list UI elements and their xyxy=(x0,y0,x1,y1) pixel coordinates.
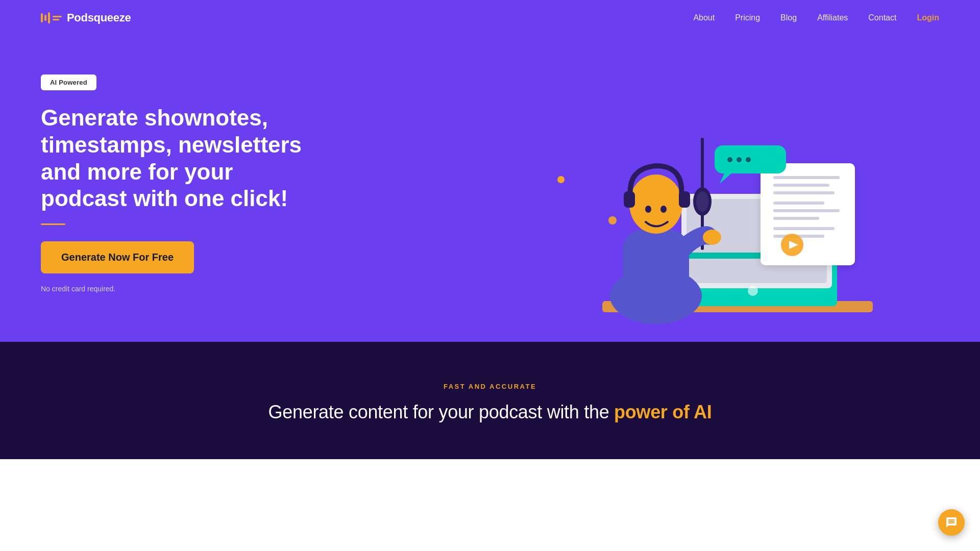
ai-badge: AI Powered xyxy=(41,74,96,90)
nav-about[interactable]: About xyxy=(693,13,715,22)
svg-rect-29 xyxy=(679,191,690,208)
svg-marker-17 xyxy=(720,172,732,184)
section2: FAST AND ACCURATE Generate content for y… xyxy=(0,342,980,459)
logo-text: Podsqueeze xyxy=(67,11,131,24)
svg-rect-11 xyxy=(773,217,819,220)
hero-content: AI Powered Generate shownotes, timestamp… xyxy=(41,74,490,323)
section2-title-start: Generate content for your podcast with t… xyxy=(268,402,615,422)
section2-label: FAST AND ACCURATE xyxy=(41,383,939,390)
nav-contact[interactable]: Contact xyxy=(868,13,896,22)
hero-section: AI Powered Generate shownotes, timestamp… xyxy=(0,36,980,342)
logo-bar-3 xyxy=(48,12,50,23)
hero-svg xyxy=(490,56,939,342)
svg-point-20 xyxy=(746,157,751,162)
svg-rect-10 xyxy=(773,209,840,212)
logo-bar-2 xyxy=(44,15,46,21)
svg-point-18 xyxy=(727,157,732,162)
cta-button[interactable]: Generate Now For Free xyxy=(41,241,194,273)
svg-point-31 xyxy=(660,206,667,213)
hero-illustration xyxy=(490,56,939,342)
logo-lines xyxy=(53,16,62,20)
logo-bar-1 xyxy=(41,13,43,22)
nav-login[interactable]: Login xyxy=(917,13,939,22)
svg-point-19 xyxy=(737,157,742,162)
main-nav: About Pricing Blog Affiliates Contact Lo… xyxy=(693,13,939,22)
logo-line-1 xyxy=(53,16,62,17)
section2-title: Generate content for your podcast with t… xyxy=(41,402,939,423)
svg-point-30 xyxy=(645,206,651,213)
hero-divider xyxy=(41,223,65,225)
logo-icon xyxy=(41,12,62,23)
svg-rect-9 xyxy=(773,202,824,205)
svg-point-33 xyxy=(608,216,617,224)
svg-rect-7 xyxy=(773,184,829,187)
nav-pricing[interactable]: Pricing xyxy=(735,13,760,22)
svg-rect-8 xyxy=(773,191,835,194)
svg-rect-28 xyxy=(624,191,635,208)
logo-line-2 xyxy=(53,19,59,20)
svg-rect-25 xyxy=(623,230,689,311)
hero-title: Generate shownotes, timestamps, newslett… xyxy=(41,105,306,212)
svg-point-27 xyxy=(629,174,682,234)
section2-title-highlight: power of AI xyxy=(614,402,712,422)
nav-blog[interactable]: Blog xyxy=(780,13,797,22)
svg-point-26 xyxy=(703,230,721,245)
header: Podsqueeze About Pricing Blog Affiliates… xyxy=(0,0,980,36)
logo[interactable]: Podsqueeze xyxy=(41,11,131,24)
svg-point-23 xyxy=(696,191,708,212)
svg-rect-12 xyxy=(773,227,835,230)
nav-affiliates[interactable]: Affiliates xyxy=(817,13,848,22)
svg-rect-6 xyxy=(773,176,840,179)
svg-point-32 xyxy=(748,286,758,296)
no-credit-card-text: No credit card required. xyxy=(41,285,490,293)
